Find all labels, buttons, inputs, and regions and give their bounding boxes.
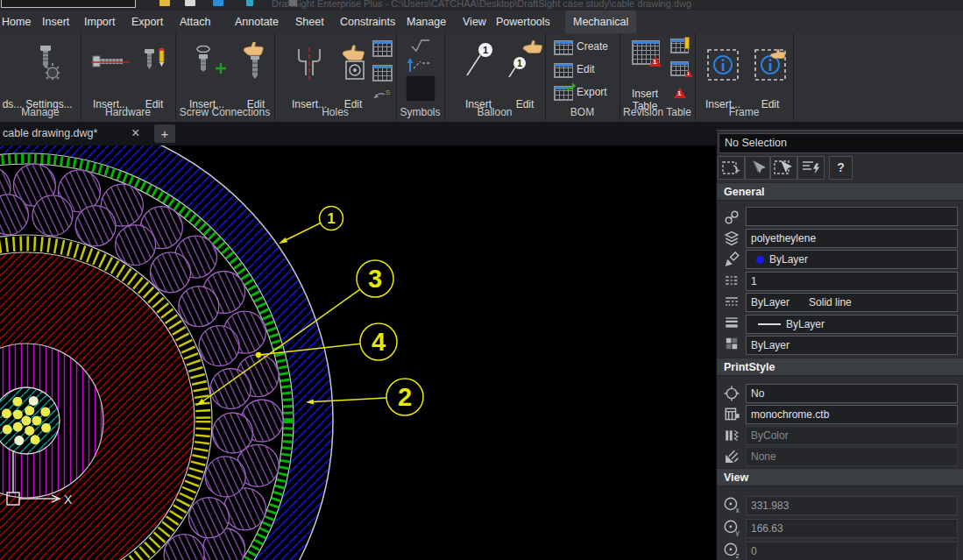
view-center-z-field[interactable]: 0: [746, 542, 958, 560]
ribbon-group-label-frame[interactable]: Frame: [695, 106, 793, 118]
print-icon[interactable]: [246, 0, 253, 6]
window-title: DraftSight Enterprise Plus - C:\Users\CA…: [0, 0, 963, 9]
line-color-field[interactable]: ByLayer: [746, 250, 958, 269]
view-center-x-field[interactable]: 331.983: [746, 496, 958, 515]
ribbon-group-holes: Insert... Edit S Holes: [274, 33, 397, 120]
screw-connections-insert-icon: [189, 44, 228, 84]
bom-create-icon: [554, 40, 573, 55]
save-icon[interactable]: [213, 0, 223, 6]
transparency-field[interactable]: ByLayer: [746, 336, 958, 355]
ribbon-group-bom: Create Edit Export BOM: [545, 33, 620, 120]
menu-manage[interactable]: Manage: [407, 11, 446, 33]
ribbon-group-label-holes[interactable]: Holes: [274, 106, 396, 118]
layer-icon: [719, 229, 744, 248]
balloon-insert-icon: 1: [464, 42, 495, 82]
bom-create-button[interactable]: Create: [577, 40, 617, 53]
menu-constraints[interactable]: Constraints: [340, 11, 395, 33]
layer-field[interactable]: polyetheylene: [746, 229, 958, 248]
ribbon-group-label-screw-connections[interactable]: Screw Connections: [175, 106, 274, 118]
balloon-2-number: 2: [398, 383, 412, 411]
ribbon-group-label-symbols[interactable]: Symbols: [396, 106, 444, 118]
selection-combo[interactable]: No Selection: [719, 133, 963, 153]
menu-export[interactable]: Export: [131, 11, 163, 33]
bom-export-button[interactable]: Export: [577, 86, 617, 98]
section-header-view[interactable]: View: [717, 468, 963, 486]
menu-mechanical[interactable]: Mechanical: [565, 11, 636, 33]
transparency-icon: [719, 334, 744, 353]
menu-import[interactable]: Import: [84, 11, 115, 33]
print-style-field: ByColor: [746, 426, 958, 445]
tab-close-icon[interactable]: ×: [131, 122, 139, 145]
print-style-table-icon: [719, 405, 744, 424]
quick-access-toolbar[interactable]: [1, 0, 136, 8]
hyperlink-field[interactable]: [746, 207, 958, 226]
revision-badge-triangle-2: 1: [684, 70, 692, 77]
new-file-icon[interactable]: [185, 0, 195, 6]
cable-cross-section: X 1 3 4 2: [0, 145, 423, 560]
menu-attach[interactable]: Attach: [180, 11, 210, 33]
ribbon-group-manage: ds... Settings... Manage: [0, 33, 81, 120]
print-style-table-field[interactable]: monochrome.ctb: [746, 405, 958, 424]
ribbon-group-label-balloon[interactable]: Balloon: [444, 106, 545, 118]
ribbon-group-label-manage[interactable]: Manage: [0, 106, 81, 118]
view-center-y-field[interactable]: 166.63: [746, 519, 958, 538]
print-style-policy-field: None: [746, 447, 958, 466]
linestyle-field[interactable]: ByLayerSolid line: [746, 293, 958, 312]
surface-finish-icon[interactable]: [410, 39, 431, 53]
revision-badge-triangle: 1: [649, 56, 662, 67]
menu-annotate[interactable]: Annotate: [235, 11, 279, 33]
help-button[interactable]: ?: [829, 156, 853, 180]
ribbon-group-label-bom[interactable]: BOM: [545, 106, 620, 118]
select-previous-button[interactable]: [745, 156, 770, 180]
lineweight-field[interactable]: ByLayer: [746, 315, 958, 334]
menu-powertools[interactable]: Powertools: [496, 11, 550, 33]
holes-edit-icon: [339, 44, 371, 82]
menu-home[interactable]: Home: [2, 11, 31, 33]
hyperlink-icon: [719, 208, 744, 227]
document-tab-active[interactable]: cable drawing.dwg*: [0, 122, 97, 145]
linetype-scale-field[interactable]: 1: [746, 272, 958, 291]
holes-table-hand-icon[interactable]: [372, 65, 393, 82]
edge-symbol-icon[interactable]: [405, 56, 435, 74]
revision-pencil-icon: [684, 37, 690, 49]
section-header-general[interactable]: General: [717, 182, 963, 201]
lineweight-sample: [758, 323, 781, 325]
undo-icon[interactable]: [289, 0, 297, 6]
holes-s-arrow-icon[interactable]: S: [372, 88, 392, 102]
select-entities-button[interactable]: [718, 156, 745, 180]
drawing-canvas[interactable]: X 1 3 4 2: [0, 145, 716, 560]
settings-screw-gear-icon: [32, 44, 61, 82]
menu-sheet[interactable]: Sheet: [295, 11, 324, 33]
bom-edit-button[interactable]: Edit: [577, 63, 617, 75]
screw-connections-edit-icon: [240, 42, 270, 84]
line-color-icon: [719, 250, 744, 269]
menu-insert[interactable]: Insert: [42, 11, 69, 33]
linestyle-icon: [719, 292, 744, 311]
svg-text:y: y: [735, 528, 740, 536]
print-style-icon: [719, 426, 744, 445]
select-window-button[interactable]: [770, 156, 797, 180]
ribbon-group-label-revision-table[interactable]: Revision Table: [620, 106, 695, 118]
revision-symbol-triangle[interactable]: 1: [674, 88, 686, 98]
balloon-1-number: 1: [327, 210, 335, 227]
new-tab-button[interactable]: +: [154, 124, 175, 143]
quick-select-button[interactable]: [797, 156, 825, 180]
holes-table-icon[interactable]: [372, 40, 393, 57]
view-center-x-icon: x: [719, 495, 744, 514]
linetype-scale-icon: [719, 271, 744, 290]
open-folder-icon[interactable]: [159, 0, 170, 6]
title-bar: DraftSight Enterprise Plus - C:\Users\CA…: [0, 0, 963, 11]
balloon-4-number: 4: [372, 328, 386, 356]
section-header-printstyle[interactable]: PrintStyle: [717, 358, 963, 376]
menu-view[interactable]: View: [463, 11, 486, 33]
holes-insert-icon: [294, 46, 325, 82]
print-field[interactable]: No: [746, 384, 958, 403]
balloon-edit-icon: 1: [507, 40, 542, 82]
lineweight-icon: [719, 313, 744, 332]
ribbon-mechanical: ds... Settings... Manage Insert... E: [0, 33, 963, 124]
bom-edit-icon: [554, 63, 573, 78]
ribbon-group-label-hardware[interactable]: Hardware: [81, 106, 175, 118]
weld-symbol-swatch[interactable]: [406, 75, 435, 102]
frame-edit-icon: [753, 47, 788, 82]
print-style-policy-icon: [719, 447, 744, 466]
